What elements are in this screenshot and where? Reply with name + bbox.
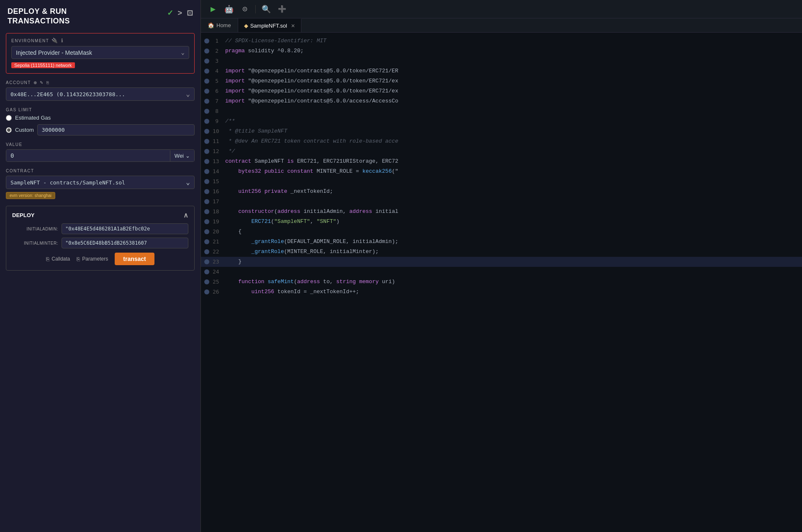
line-breakpoint-dot[interactable] <box>204 189 209 194</box>
line-breakpoint-dot[interactable] <box>204 289 209 294</box>
edit-icon[interactable]: ✎ <box>40 80 44 85</box>
arrow-icon[interactable]: > <box>177 9 182 18</box>
gas-options: Estimated Gas Custom <box>6 115 195 136</box>
environment-select-wrap[interactable]: Injected Provider - MetaMask ⌄ <box>11 46 189 59</box>
collapse-icon[interactable]: ∧ <box>183 211 188 219</box>
line-breakpoint-dot[interactable] <box>204 249 209 254</box>
line-breakpoint-dot[interactable] <box>204 229 209 234</box>
custom-gas-radio[interactable] <box>6 127 12 133</box>
calldata-icon: ⎘ <box>46 256 49 262</box>
copy-icon[interactable]: ⎘ <box>46 80 50 85</box>
line-number: 4 <box>213 66 225 76</box>
line-number: 13 <box>213 156 225 166</box>
line-breakpoint-dot[interactable] <box>204 109 209 114</box>
line-breakpoint-dot[interactable] <box>204 69 209 74</box>
code-line: 4import "@openzeppelin/contracts@5.0.0/t… <box>201 66 802 76</box>
run-button[interactable]: ▶ <box>208 4 218 15</box>
initialminter-label: INITIALMINTER: <box>12 241 58 246</box>
line-number: 17 <box>213 197 225 207</box>
line-breakpoint-dot[interactable] <box>204 279 209 284</box>
initialminter-input[interactable] <box>62 238 188 248</box>
calldata-button[interactable]: ⎘ Calldata <box>46 256 70 262</box>
line-breakpoint-dot[interactable] <box>204 139 209 144</box>
line-number: 2 <box>213 46 225 56</box>
line-breakpoint-dot[interactable] <box>204 149 209 154</box>
custom-gas-label: Custom <box>15 127 34 133</box>
code-editor[interactable]: 1// SPDX-License-Identifier: MIT2pragma … <box>201 33 802 532</box>
line-number: 8 <box>213 106 225 116</box>
code-line: 18 constructor(address initialAdmin, add… <box>201 207 802 217</box>
initialadmin-input[interactable] <box>62 223 188 234</box>
line-breakpoint-dot[interactable] <box>204 79 209 84</box>
custom-gas-radio-row[interactable]: Custom <box>6 127 34 133</box>
line-breakpoint-dot[interactable] <box>204 169 209 174</box>
contract-select[interactable]: SampleNFT - contracts/SampleNFT.sol <box>10 179 186 186</box>
chevron-down-icon: ⌄ <box>186 90 190 98</box>
close-tab-icon[interactable]: ✕ <box>291 23 295 29</box>
line-content: ERC721("SampleNFT", "SNFT") <box>225 217 339 227</box>
line-breakpoint-dot[interactable] <box>204 59 209 64</box>
value-unit-select[interactable]: Wei ⌄ <box>170 150 194 161</box>
line-breakpoint-dot[interactable] <box>204 129 209 134</box>
check-icon[interactable]: ✓ <box>167 8 174 18</box>
line-breakpoint-dot[interactable] <box>204 119 209 124</box>
custom-gas-input[interactable] <box>37 124 195 136</box>
code-line: 11 * @dev An ERC721 token contract with … <box>201 136 802 146</box>
zoom-in-button[interactable]: ➕ <box>277 4 288 15</box>
params-icon: ⎘ <box>77 256 80 262</box>
line-number: 24 <box>213 267 225 277</box>
account-select[interactable]: 0x48E...2E465 (0.114322623303788... <box>10 91 186 97</box>
line-breakpoint-dot[interactable] <box>204 239 209 244</box>
chevron-down-icon: ⌄ <box>185 153 190 159</box>
tab-samplenft[interactable]: ◆ SampleNFT.sol ✕ <box>238 18 301 32</box>
line-breakpoint-dot[interactable] <box>204 159 209 164</box>
line-content: uint256 private _nextTokenId; <box>225 187 333 197</box>
line-breakpoint-dot[interactable] <box>204 179 209 184</box>
environment-block: ENVIRONMENT 🔌 ℹ Injected Provider - Meta… <box>6 33 195 74</box>
editor-tabs: 🏠 Home ◆ SampleNFT.sol ✕ <box>201 18 802 33</box>
line-content: _grantRole(MINTER_ROLE, initialMinter); <box>225 247 379 257</box>
line-number: 19 <box>213 217 225 227</box>
panel-title: DEPLOY & RUN TRANSACTIONS <box>8 7 70 26</box>
layout-icon[interactable]: ⊡ <box>187 8 193 18</box>
header-icons: ✓ > ⊡ <box>167 8 193 18</box>
estimated-gas-option[interactable]: Estimated Gas <box>6 115 195 121</box>
transact-button[interactable]: transact <box>115 253 154 265</box>
bot-icon[interactable]: 🤖 <box>224 4 234 15</box>
tab-home[interactable]: 🏠 Home <box>201 18 238 32</box>
code-line: 25 function safeMint(address to, string … <box>201 277 802 287</box>
line-breakpoint-dot[interactable] <box>204 199 209 204</box>
line-breakpoint-dot[interactable] <box>204 259 209 264</box>
line-breakpoint-dot[interactable] <box>204 89 209 94</box>
environment-label: ENVIRONMENT 🔌 ℹ <box>11 38 189 43</box>
panel-header: DEPLOY & RUN TRANSACTIONS ✓ > ⊡ <box>0 0 200 30</box>
code-line: 9/** <box>201 116 802 126</box>
home-icon: 🏠 <box>208 22 214 28</box>
code-line: 8 <box>201 106 802 116</box>
line-breakpoint-dot[interactable] <box>204 99 209 104</box>
parameters-button[interactable]: ⎘ Parameters <box>77 256 108 262</box>
line-breakpoint-dot[interactable] <box>204 38 209 43</box>
toggle-icon[interactable]: ⊙ <box>239 4 250 15</box>
line-content: function safeMint(address to, string mem… <box>225 277 395 287</box>
environment-select[interactable]: Injected Provider - MetaMask <box>16 49 181 56</box>
deploy-field-initialminter: INITIALMINTER: <box>12 238 188 248</box>
line-breakpoint-dot[interactable] <box>204 209 209 214</box>
add-icon[interactable]: ⊕ <box>33 80 38 85</box>
line-breakpoint-dot[interactable] <box>204 219 209 224</box>
line-breakpoint-dot[interactable] <box>204 49 209 54</box>
account-select-wrap[interactable]: 0x48E...2E465 (0.114322623303788... ⌄ <box>6 87 195 101</box>
line-number: 16 <box>213 187 225 197</box>
code-line: 22 _grantRole(MINTER_ROLE, initialMinter… <box>201 247 802 257</box>
estimated-gas-radio[interactable] <box>6 115 12 121</box>
zoom-out-icon[interactable]: 🔍 <box>261 4 272 15</box>
code-line: 21 _grantRole(DEFAULT_ADMIN_ROLE, initia… <box>201 237 802 247</box>
code-line: 10 * @title SampleNFT <box>201 126 802 136</box>
value-input[interactable] <box>6 150 170 161</box>
code-line: 3 <box>201 56 802 66</box>
line-number: 20 <box>213 227 225 237</box>
contract-select-wrap[interactable]: SampleNFT - contracts/SampleNFT.sol ⌄ <box>6 176 195 189</box>
line-breakpoint-dot[interactable] <box>204 269 209 274</box>
info-icon: ℹ <box>61 38 64 43</box>
line-content: // SPDX-License-Identifier: MIT <box>225 36 326 46</box>
